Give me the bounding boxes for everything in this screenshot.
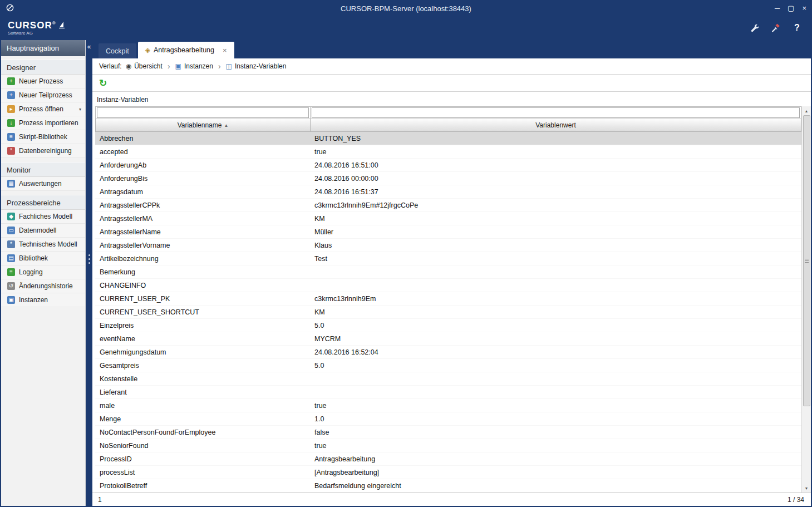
table-row[interactable]: CHANGEINFO — [95, 279, 801, 292]
cell-variablenname: AntragsstellerName — [95, 228, 310, 236]
sidebar-item-fachliches-modell[interactable]: ◆Fachliches Modell — [1, 210, 85, 224]
cell-variablenwert: 24.08.2016 16:51:37 — [310, 188, 801, 196]
table-row[interactable]: AntragsstellerNameMüller — [95, 225, 801, 239]
column-label: Variablenname — [178, 121, 222, 129]
collapse-sidebar-icon[interactable]: « — [86, 43, 92, 51]
table-row[interactable]: CURRENT_USER_PKc3krmc13rlnnih9Em — [95, 292, 801, 306]
sidebar-item-instanzen[interactable]: ▣Instanzen — [1, 293, 85, 307]
sidebar-item-neuer-teilprozess[interactable]: +Neuer Teilprozess — [1, 88, 85, 102]
table-row[interactable]: AntragsstellerMAKM — [95, 212, 801, 225]
table-row[interactable]: AnforderungBis24.08.2016 00:00:00 — [95, 172, 801, 185]
sidebar-item-neuer-prozess[interactable]: +Neuer Prozess — [1, 75, 85, 88]
sidebar-item-datenbereinigung[interactable]: *Datenbereinigung — [1, 144, 85, 158]
sidebar-header: Hauptnavigation — [1, 40, 85, 56]
sidebar-item-label: Auswertungen — [19, 180, 62, 188]
cell-variablenwert: true — [310, 148, 801, 156]
table-row[interactable]: ProtokollBetreffBedarfsmeldung eingereic… — [95, 479, 801, 493]
table-row[interactable]: AntragsstellerCPPkc3krmc13rlnnih9Em#12jf… — [95, 199, 801, 212]
cell-variablenname: Lieferant — [95, 388, 310, 396]
table-row[interactable]: maletrue — [95, 399, 801, 412]
cell-variablenname: Bemerkung — [95, 268, 310, 276]
sidebar-item-skript-bibliothek[interactable]: ≡Skript-Bibliothek — [1, 130, 85, 144]
table-row[interactable]: Antragsdatum24.08.2016 16:51:37 — [95, 185, 801, 199]
breadcrumb-item-label: Übersicht — [134, 62, 163, 70]
filter-row — [95, 106, 801, 119]
table-row[interactable]: Bemerkung — [95, 265, 801, 279]
minimize-button[interactable]: ─ — [775, 4, 780, 13]
tab-cockpit[interactable]: Cockpit — [99, 43, 136, 58]
filter-cell-variablenname — [95, 106, 310, 119]
cell-variablenwert: KM — [310, 308, 801, 316]
breadcrumb-item-instanzen[interactable]: ▣ Instanzen — [175, 62, 213, 70]
wrench-icon[interactable] — [750, 23, 760, 33]
table-row[interactable]: Lieferant — [95, 386, 801, 399]
cell-variablenname: Genehmigungsdatum — [95, 348, 310, 356]
chevron-down-icon[interactable]: ▾ — [79, 107, 81, 112]
scrollbar-track[interactable] — [802, 115, 811, 484]
table-row[interactable]: ArtikelbezeichnungTest — [95, 252, 801, 265]
table-row[interactable]: ProcessIDAntragsbearbeitung — [95, 452, 801, 466]
column-header-variablenname[interactable]: Variablenname ▲ — [95, 119, 310, 132]
filter-variablenname-input[interactable] — [97, 107, 309, 118]
sidebar-item-label: Datenmodell — [19, 227, 56, 234]
breadcrumb-item-instanz-variablen[interactable]: ◫ Instanz-Variablen — [226, 62, 287, 70]
table-row[interactable]: eventNameMYCRM — [95, 332, 801, 346]
table-row[interactable]: Einzelpreis5.0 — [95, 319, 801, 332]
sidebar-item-label: Änderungshistorie — [19, 282, 73, 290]
table-row[interactable]: AbbrechenBUTTON_YES — [95, 132, 801, 145]
sidebar-item-logging[interactable]: ≡Logging — [1, 265, 85, 279]
technical-model-icon: * — [7, 240, 15, 248]
sidebar-item-auswertungen[interactable]: ▦Auswertungen — [1, 177, 85, 191]
help-icon[interactable]: ? — [792, 23, 802, 33]
scroll-up-icon[interactable]: ▲ — [802, 106, 811, 115]
tab-antragsbearbeitung[interactable]: ◈ Antragsbearbeitung × — [138, 42, 234, 58]
vertical-scrollbar[interactable]: ▲ ▼ — [801, 106, 811, 493]
breadcrumb-item-label: Instanz-Variablen — [235, 62, 287, 70]
refresh-icon[interactable]: ↻ — [99, 78, 107, 88]
sidebar-item-datenmodell[interactable]: ▭Datenmodell — [1, 224, 85, 238]
table-row[interactable]: Menge1.0 — [95, 412, 801, 426]
table-row[interactable]: AnforderungAb24.08.2016 16:51:00 — [95, 159, 801, 172]
sort-ascending-icon: ▲ — [224, 123, 228, 128]
appbar: CURSOR® Software AG ? — [1, 16, 811, 40]
table-row[interactable]: Kostenstelle — [95, 372, 801, 386]
sidebar-item-prozess-öffnen[interactable]: ▸Prozess öffnen▾ — [1, 102, 85, 116]
maximize-button[interactable]: ▢ — [788, 4, 794, 13]
brand-registered-mark: ® — [52, 21, 56, 26]
deploy-icon[interactable] — [771, 23, 781, 33]
sidebar-item-bibliothek[interactable]: ▤Bibliothek — [1, 252, 85, 265]
cell-variablenwert: c3krmc13rlnnih9Em — [310, 295, 801, 303]
tab-close-icon[interactable]: × — [223, 46, 227, 55]
cell-variablenname: Menge — [95, 415, 310, 423]
scroll-down-icon[interactable]: ▼ — [802, 484, 811, 493]
cell-variablenwert: 5.0 — [310, 322, 801, 329]
sidebar-item-änderungshistorie[interactable]: ↺Änderungshistorie — [1, 279, 85, 293]
close-button[interactable]: × — [802, 4, 806, 13]
filter-variablenwert-input[interactable] — [312, 107, 800, 118]
sidebar-item-label: Technisches Modell — [19, 240, 77, 248]
table-row[interactable]: NoContactPersonFoundForEmployeefalse — [95, 426, 801, 439]
table-row[interactable]: CURRENT_USER_SHORTCUTKM — [95, 306, 801, 319]
table-row[interactable]: Genehmigungsdatum24.08.2016 16:52:04 — [95, 346, 801, 359]
sidebar-section-title-prozessbereiche: Prozessbereiche — [1, 195, 85, 210]
business-model-icon: ◆ — [7, 213, 15, 220]
table-row[interactable]: NoSeniorFoundtrue — [95, 439, 801, 452]
column-header-variablenwert[interactable]: Variablenwert — [310, 119, 801, 132]
sidebar: Hauptnavigation Designer+Neuer Prozess+N… — [1, 40, 86, 506]
breadcrumb-item-uebersicht[interactable]: ◉ Übersicht — [126, 62, 163, 70]
sidebar-item-prozess-importieren[interactable]: ↓Prozess importieren — [1, 116, 85, 130]
overview-eye-icon: ◉ — [126, 62, 131, 70]
sidebar-item-technisches-modell[interactable]: *Technisches Modell — [1, 238, 85, 252]
cell-variablenwert: Test — [310, 255, 801, 263]
table-row[interactable]: acceptedtrue — [95, 145, 801, 159]
table-row[interactable]: processList[Antragsbearbeitung] — [95, 466, 801, 479]
table-row[interactable]: Gesamtpreis5.0 — [95, 359, 801, 372]
titlebar[interactable]: CURSOR-BPM-Server (localhost:38443) ─ ▢ … — [1, 1, 811, 16]
table-row[interactable]: AntragsstellerVornameKlaus — [95, 239, 801, 252]
cell-variablenwert: Bedarfsmeldung eingereicht — [310, 482, 801, 490]
scrollbar-thumb[interactable] — [803, 115, 810, 406]
breadcrumb-item-label: Instanzen — [184, 62, 213, 70]
sidebar-splitter[interactable]: « — [86, 40, 92, 506]
sidebar-item-label: Instanzen — [19, 296, 48, 304]
cell-variablenwert: 24.08.2016 00:00:00 — [310, 175, 801, 183]
